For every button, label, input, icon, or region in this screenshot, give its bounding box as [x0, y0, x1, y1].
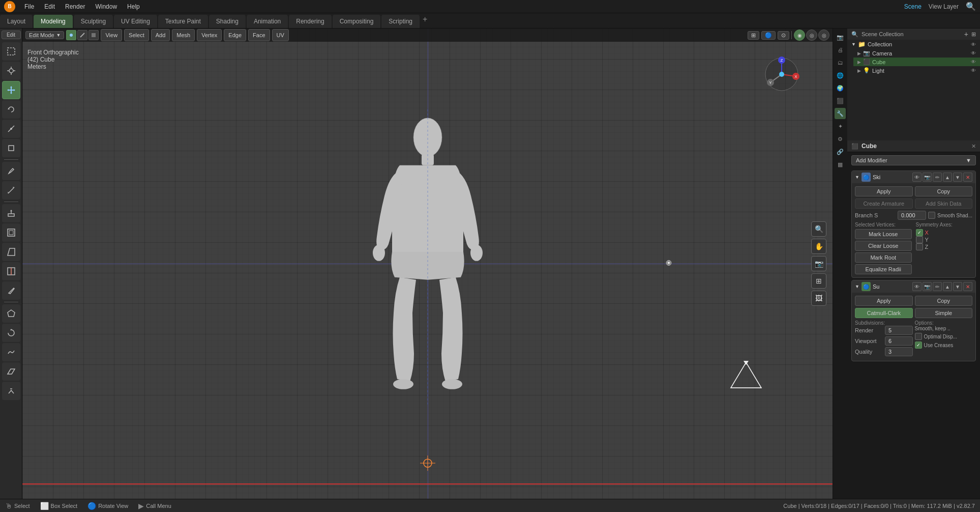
tab-scripting[interactable]: Scripting [381, 15, 420, 28]
sub-down-btn[interactable]: ▼ [953, 282, 962, 291]
quality-value[interactable]: 3 [885, 347, 913, 356]
collection-visibility-icon[interactable]: 👁 [971, 42, 976, 47]
menu-render[interactable]: Render [60, 3, 90, 10]
skin-edit-btn[interactable]: ✏ [933, 173, 942, 182]
x-axis-checkbox[interactable] [916, 229, 923, 236]
viewport-value[interactable]: 6 [885, 336, 913, 346]
spin-tool-btn[interactable] [2, 324, 20, 342]
proportional-edit-btn[interactable]: ⊙ [778, 31, 789, 40]
menu-file[interactable]: File [19, 3, 39, 10]
rendered-shading-btn[interactable]: ◎ [818, 30, 829, 41]
mesh-menu-btn[interactable]: Mesh [172, 29, 195, 41]
face-select-btn[interactable] [88, 30, 99, 40]
object-props-btn[interactable]: ⬛ [835, 95, 846, 106]
outliner-item-camera[interactable]: ▶ 📷 Camera 👁 [853, 49, 980, 58]
skin-copy-btn[interactable]: Copy [915, 186, 973, 196]
edge-select-btn[interactable] [77, 30, 87, 40]
tab-animation[interactable]: Animation [247, 15, 288, 28]
sub-realtime-btn[interactable]: 👁 [912, 282, 922, 291]
tab-sculpting[interactable]: Sculpting [74, 15, 113, 28]
outliner-filter-icon[interactable]: 🔍 [851, 31, 858, 38]
outliner-item-light[interactable]: ▶ 💡 Light 👁 [853, 66, 980, 75]
sub-remove-btn[interactable]: ✕ [963, 282, 972, 291]
bevel-tool-btn[interactable] [2, 243, 20, 261]
face-menu-btn[interactable]: Face [248, 29, 270, 41]
select-tool-btn[interactable] [2, 42, 20, 61]
create-armature-btn[interactable]: Create Armature [855, 198, 913, 209]
skin-render-btn[interactable]: 📷 [923, 173, 932, 182]
equalize-radii-btn[interactable]: Equalize Radii [855, 264, 912, 274]
outliner-item-cube[interactable]: ▶ ⬛ Cube 👁 [853, 58, 980, 66]
branch-smoothing-value[interactable]: 0.000 [898, 211, 926, 220]
menu-window[interactable]: Window [90, 3, 122, 10]
tab-compositing[interactable]: Compositing [333, 15, 381, 28]
cube-visibility-icon[interactable]: 👁 [971, 59, 976, 65]
orientation-selector[interactable]: ⊞ [748, 31, 759, 40]
mark-loose-btn[interactable]: Mark Loose [855, 229, 912, 239]
outliner-new-collection-icon[interactable]: + [964, 30, 968, 38]
shear-tool-btn[interactable] [2, 362, 20, 381]
add-skin-data-btn[interactable]: Add Skin Data [915, 198, 973, 209]
y-axis-checkbox[interactable] [916, 236, 923, 243]
physics-props-btn[interactable]: ⚙ [835, 133, 846, 145]
sub-edit-btn[interactable]: ✏ [933, 282, 942, 291]
edit-mode-selector[interactable]: Edit Mode ▼ [25, 31, 64, 39]
mark-root-btn[interactable]: Mark Root [855, 252, 912, 263]
transform-tool-btn[interactable] [2, 139, 20, 157]
rip-tool-btn[interactable] [2, 382, 20, 400]
skin-up-btn[interactable]: ▲ [943, 173, 952, 182]
navigation-gizmo[interactable]: Z X Y [761, 54, 802, 96]
measure-tool-btn[interactable] [2, 181, 20, 200]
smooth-tool-btn[interactable] [2, 343, 20, 361]
use-creases-checkbox[interactable] [915, 342, 922, 349]
sub-up-btn[interactable]: ▲ [943, 282, 952, 291]
outliner-item-collection[interactable]: ▼ 📁 Collection 👁 [847, 40, 980, 49]
move-tool-btn[interactable] [2, 81, 20, 99]
skin-realtime-btn[interactable]: 👁 [912, 173, 922, 182]
skin-expand-icon[interactable]: ▼ [855, 175, 859, 180]
render-props-btn[interactable]: 📷 [835, 32, 846, 43]
scale-tool-btn[interactable] [2, 120, 20, 138]
render-value[interactable]: 5 [885, 326, 913, 335]
sub-copy-btn[interactable]: Copy [915, 296, 973, 306]
simple-btn[interactable]: Simple [915, 308, 973, 318]
loop-cut-tool-btn[interactable] [2, 262, 20, 280]
modifier-props-btn[interactable]: 🔧 [835, 108, 846, 119]
inset-tool-btn[interactable] [2, 223, 20, 242]
tab-uv-editing[interactable]: UV Editing [114, 15, 157, 28]
viewport[interactable]: Edit Mode ▼ View Select Add [22, 29, 833, 499]
select-menu-btn[interactable]: Select [124, 29, 149, 41]
output-props-btn[interactable]: 🖨 [835, 44, 846, 55]
search-icon[interactable]: 🔍 [966, 2, 976, 11]
data-props-btn[interactable]: ▦ [835, 159, 846, 170]
grid-btn[interactable]: ⊞ [811, 273, 826, 289]
uv-menu-btn[interactable]: UV [272, 29, 289, 41]
outliner-filter-icon2[interactable]: ⊞ [971, 31, 976, 38]
skin-remove-btn[interactable]: ✕ [963, 173, 972, 182]
tab-shading[interactable]: Shading [209, 15, 246, 28]
vertex-menu-btn[interactable]: Vertex [197, 29, 222, 41]
tab-rendering[interactable]: Rendering [289, 15, 331, 28]
sub-render-btn[interactable]: 📷 [923, 282, 932, 291]
constraints-props-btn[interactable]: 🔗 [835, 146, 846, 157]
skin-down-btn[interactable]: ▼ [953, 173, 962, 182]
add-workspace-btn[interactable]: + [423, 15, 427, 28]
catmull-clark-btn[interactable]: Catmull-Clark [855, 308, 913, 318]
solid-shading-btn[interactable]: ◉ [794, 30, 805, 41]
sub-expand-icon[interactable]: ▼ [855, 284, 859, 289]
tab-texture-paint[interactable]: Texture Paint [158, 15, 208, 28]
object-props-close-icon[interactable]: ✕ [971, 143, 976, 150]
camera-visibility-icon[interactable]: 👁 [971, 50, 976, 56]
view-layer-props-btn[interactable]: 🗂 [835, 57, 846, 68]
view-menu-btn[interactable]: View [101, 29, 122, 41]
zoom-to-fit-btn[interactable]: 🔍 [811, 221, 826, 237]
pan-btn[interactable]: ✋ [811, 239, 826, 254]
optimal-disp-checkbox[interactable] [915, 333, 922, 340]
z-axis-checkbox[interactable] [916, 243, 923, 250]
camera-view-btn[interactable]: 📷 [811, 256, 826, 271]
light-visibility-icon[interactable]: 👁 [971, 68, 976, 73]
knife-tool-btn[interactable] [2, 281, 20, 300]
edge-menu-btn[interactable]: Edge [224, 29, 246, 41]
menu-help[interactable]: Help [122, 3, 145, 10]
scene-props-btn[interactable]: 🌐 [835, 70, 846, 81]
